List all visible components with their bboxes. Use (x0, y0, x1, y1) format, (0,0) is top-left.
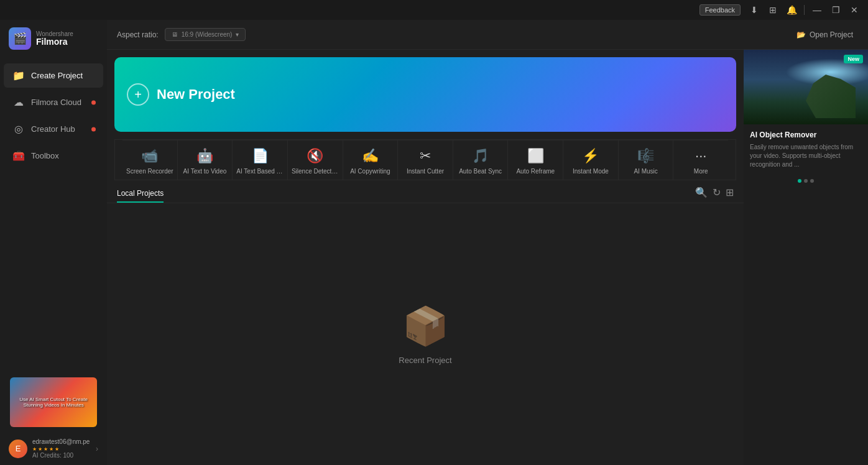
grid-view-icon[interactable]: ⊞ (726, 186, 734, 198)
more-label: More (677, 168, 724, 175)
sidebar-item-label: Create Project (31, 71, 83, 80)
titlebar-separator (804, 5, 805, 15)
carousel-dots (744, 175, 868, 186)
auto-reframe-icon: ⬜ (527, 148, 544, 164)
new-project-title: New Project (157, 86, 235, 103)
new-project-icon: + (127, 83, 149, 106)
user-expand-icon: › (96, 444, 98, 453)
topbar: Aspect ratio: 🖥 16:9 (Widescreen) ▾ 📂 Op… (107, 20, 868, 50)
quick-action-auto-reframe[interactable]: ⬜ Auto Reframe (508, 140, 563, 180)
aspect-ratio-screen-icon: 🖥 (172, 31, 178, 38)
titlebar: Feedback ⬇ ⊞ 🔔 — ❐ ✕ (0, 0, 868, 20)
empty-label: Recent Project (399, 356, 451, 365)
main-layout: 🎬 Wondershare Filmora 📁 Create Project ☁… (0, 20, 868, 465)
logo-icon: 🎬 (9, 27, 31, 50)
instant-mode-icon: ⚡ (582, 148, 599, 164)
more-icon: ··· (695, 148, 706, 164)
empty-box-icon: 📦 (402, 304, 449, 348)
instant-cutter-icon: ✂ (420, 148, 431, 164)
filmora-cloud-notification-dot (91, 100, 96, 104)
search-icon[interactable]: 🔍 (695, 186, 708, 198)
ai-text-based-editing-icon: 📄 (252, 148, 269, 164)
star-5: ★ (55, 446, 59, 452)
open-project-button[interactable]: 📂 Open Project (792, 28, 858, 42)
sidebar-item-toolbox[interactable]: 🧰 Toolbox (4, 144, 103, 168)
close-icon[interactable]: ✕ (846, 1, 863, 19)
quick-action-silence-detection[interactable]: 🔇 Silence Detection (288, 140, 343, 180)
sidebar-thumbnail[interactable]: Use AI Smart Cutout To Create Stunning V… (10, 377, 97, 427)
refresh-icon[interactable]: ↻ (713, 186, 721, 198)
quick-action-ai-text-based-editing[interactable]: 📄 AI Text Based Editi... (233, 140, 288, 180)
star-1: ★ (32, 446, 37, 452)
ai-text-to-video-label: AI Text to Video (182, 168, 229, 175)
right-panel-card[interactable]: New AI Object Remover Easily remove unwa… (744, 50, 868, 186)
user-credits: AI Credits: 100 (32, 452, 91, 459)
notification-icon[interactable]: 🔔 (783, 1, 800, 19)
auto-beat-sync-icon: 🎵 (472, 148, 489, 164)
sidebar-item-create-project[interactable]: 📁 Create Project (4, 63, 103, 88)
chevron-down-icon: ▾ (236, 31, 239, 38)
content-area: Aspect ratio: 🖥 16:9 (Widescreen) ▾ 📂 Op… (107, 20, 868, 465)
projects-header: Local Projects 🔍 ↻ ⊞ (107, 180, 744, 203)
user-profile[interactable]: E edrawtest06@nm.pe ★ ★ ★ ★ ★ AI Credits… (0, 432, 107, 465)
quick-action-ai-copywriting[interactable]: ✍ AI Copywriting (343, 140, 399, 180)
carousel-dot-3[interactable] (810, 179, 814, 183)
quick-action-auto-beat-sync[interactable]: 🎵 Auto Beat Sync (453, 140, 509, 180)
star-2: ★ (38, 446, 42, 452)
screen-recorder-label: Screen Recorder (126, 168, 173, 175)
local-projects-section: Local Projects 🔍 ↻ ⊞ 📦 Recent Project (107, 180, 744, 465)
carousel-dot-1[interactable] (798, 179, 801, 183)
sidebar-bottom: Use AI Smart Cutout To Create Stunning V… (0, 372, 107, 465)
creator-hub-icon: ◎ (12, 123, 25, 135)
logo-text: Wondershare Filmora (36, 30, 73, 47)
toolbox-icon: 🧰 (12, 150, 25, 162)
feedback-button[interactable]: Feedback (699, 4, 741, 16)
ai-music-label: AI Music (622, 168, 670, 175)
center-panel: + New Project 📹 Screen Recorder 🤖 AI Tex… (107, 50, 744, 465)
folder-icon: 📂 (796, 30, 806, 39)
quick-action-instant-cutter[interactable]: ✂ Instant Cutter (398, 140, 453, 180)
ai-text-to-video-icon: 🤖 (196, 148, 213, 164)
quick-actions-wrapper: 📹 Screen Recorder 🤖 AI Text to Video 📄 A… (114, 139, 736, 180)
projects-actions: 🔍 ↻ ⊞ (695, 186, 734, 202)
sidebar-item-label: Filmora Cloud (31, 98, 81, 107)
quick-action-ai-text-to-video[interactable]: 🤖 AI Text to Video (178, 140, 233, 180)
right-panel: New AI Object Remover Easily remove unwa… (744, 50, 868, 465)
carousel-dot-2[interactable] (804, 179, 808, 183)
quick-action-screen-recorder[interactable]: 📹 Screen Recorder (122, 140, 178, 180)
sidebar-item-filmora-cloud[interactable]: ☁ Filmora Cloud (4, 90, 103, 114)
auto-reframe-label: Auto Reframe (512, 168, 559, 175)
user-email: edrawtest06@nm.pe (32, 438, 91, 445)
minimize-icon[interactable]: — (808, 1, 826, 19)
aspect-ratio-select[interactable]: 🖥 16:9 (Widescreen) ▾ (165, 28, 246, 41)
logo-name: Filmora (36, 37, 73, 47)
new-project-banner[interactable]: + New Project (114, 57, 736, 132)
quick-action-more[interactable]: ··· More (673, 140, 728, 180)
screen-recorder-icon: 📹 (141, 148, 158, 164)
local-projects-tab[interactable]: Local Projects (117, 185, 164, 203)
user-stars: ★ ★ ★ ★ ★ (32, 446, 91, 452)
instant-mode-label: Instant Mode (567, 168, 614, 175)
new-badge: New (844, 55, 863, 63)
ai-copywriting-icon: ✍ (362, 148, 379, 164)
aspect-ratio-label: Aspect ratio: (117, 30, 159, 39)
grid-icon[interactable]: ⊞ (764, 1, 782, 19)
content-split: + New Project 📹 Screen Recorder 🤖 AI Tex… (107, 50, 868, 465)
quick-actions: 📹 Screen Recorder 🤖 AI Text to Video 📄 A… (122, 140, 728, 180)
silence-detection-label: Silence Detection (292, 168, 339, 175)
ai-music-icon: 🎼 (637, 148, 654, 164)
sidebar-item-label: Toolbox (31, 151, 59, 160)
user-info: edrawtest06@nm.pe ★ ★ ★ ★ ★ AI Credits: … (32, 438, 91, 459)
titlebar-icons: ⬇ ⊞ 🔔 — ❐ ✕ (746, 1, 863, 19)
sidebar-item-creator-hub[interactable]: ◎ Creator Hub (4, 117, 103, 141)
empty-state: 📦 Recent Project (107, 203, 744, 465)
download-icon[interactable]: ⬇ (746, 1, 763, 19)
creator-hub-notification-dot (91, 127, 96, 131)
maximize-icon[interactable]: ❐ (827, 1, 844, 19)
quick-action-instant-mode[interactable]: ⚡ Instant Mode (563, 140, 619, 180)
card-title: AI Object Remover (750, 131, 862, 139)
auto-beat-sync-label: Auto Beat Sync (457, 168, 504, 175)
ai-text-based-editing-label: AI Text Based Editi... (236, 168, 284, 175)
quick-action-ai-music[interactable]: 🎼 AI Music (619, 140, 674, 180)
avatar: E (9, 440, 27, 458)
